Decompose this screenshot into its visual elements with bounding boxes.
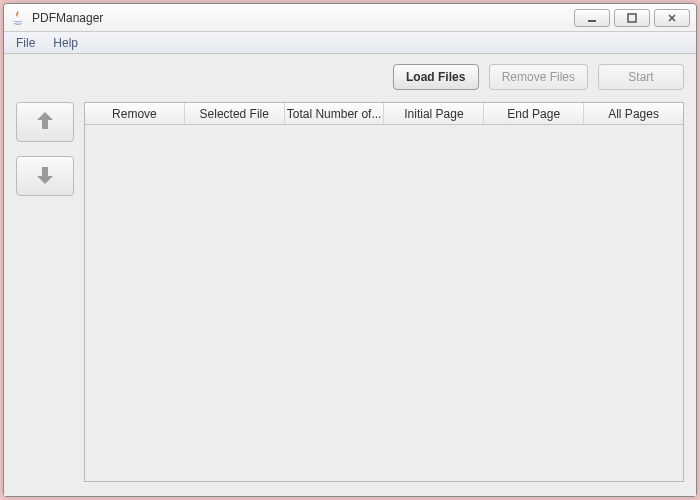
close-button[interactable]: [654, 9, 690, 27]
col-total-pages[interactable]: Total Number of...: [285, 103, 385, 124]
move-down-button[interactable]: [16, 156, 74, 196]
move-up-button[interactable]: [16, 102, 74, 142]
col-initial-page[interactable]: Initial Page: [384, 103, 484, 124]
arrow-down-icon: [32, 162, 58, 191]
main-row: Remove Selected File Total Number of... …: [16, 102, 684, 482]
toolbar: Load Files Remove Files Start: [16, 64, 684, 90]
start-button[interactable]: Start: [598, 64, 684, 90]
java-icon: [10, 10, 26, 26]
table-header: Remove Selected File Total Number of... …: [85, 103, 683, 125]
svg-rect-1: [628, 14, 636, 22]
menu-file[interactable]: File: [8, 34, 43, 52]
titlebar[interactable]: PDFManager: [4, 4, 696, 32]
col-selected-file[interactable]: Selected File: [185, 103, 285, 124]
col-all-pages[interactable]: All Pages: [584, 103, 683, 124]
col-end-page[interactable]: End Page: [484, 103, 584, 124]
svg-rect-0: [588, 20, 596, 22]
reorder-controls: [16, 102, 74, 482]
files-table: Remove Selected File Total Number of... …: [84, 102, 684, 482]
minimize-button[interactable]: [574, 9, 610, 27]
app-window: PDFManager File Help Load Files Remove F…: [3, 3, 697, 497]
remove-files-button[interactable]: Remove Files: [489, 64, 588, 90]
maximize-button[interactable]: [614, 9, 650, 27]
col-remove[interactable]: Remove: [85, 103, 185, 124]
content-area: Load Files Remove Files Start Remove Sel…: [4, 54, 696, 496]
arrow-up-icon: [32, 108, 58, 137]
table-body: [85, 125, 683, 481]
menu-help[interactable]: Help: [45, 34, 86, 52]
window-controls: [574, 9, 690, 27]
load-files-button[interactable]: Load Files: [393, 64, 479, 90]
window-title: PDFManager: [32, 11, 574, 25]
menubar: File Help: [4, 32, 696, 54]
